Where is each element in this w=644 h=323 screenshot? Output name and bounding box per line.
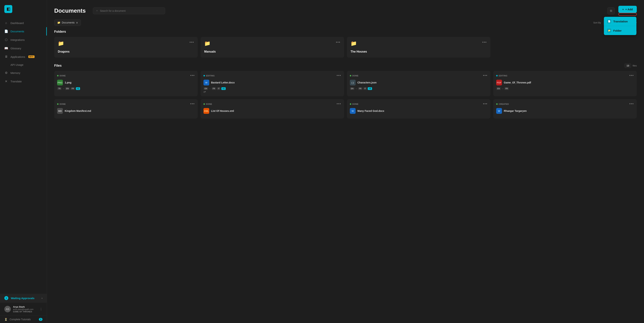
sidebar-label-applications: Applications (10, 55, 25, 58)
user-email: arya.stark@lugath.com (13, 308, 38, 310)
files-count: 13 (624, 64, 631, 68)
waiting-count-badge: 1 (4, 296, 8, 300)
documents-icon: 📄 (4, 30, 8, 33)
main-header: Documents ⚬ ⧉ + + Add 📄 Translation (47, 0, 644, 19)
app-logo[interactable]: ◧ (4, 5, 12, 13)
file-card[interactable]: EDITING ••• W Bastard Letter.docx EN→FRI… (200, 71, 344, 96)
sidebar-item-waiting-approvals[interactable]: 1 Waiting Approvals › (0, 294, 47, 302)
sidebar-item-documents[interactable]: 📄Documents (0, 27, 47, 36)
extra-langs-badge: +1 (221, 87, 226, 90)
lang-tag: IT (363, 87, 367, 90)
search-input[interactable] (100, 10, 162, 12)
file-card-top: EDITING ••• (496, 74, 634, 78)
sidebar-label-integrations: Integrations (10, 38, 24, 41)
sidebar-item-memory[interactable]: ⚙Memory (0, 69, 47, 77)
lang-tag: FR (358, 87, 362, 90)
file-card[interactable]: CREATED ••• W Rhaegar Targaryen (493, 99, 637, 118)
file-options-button[interactable]: ••• (337, 74, 341, 78)
file-name: List Of Houses.xml (211, 110, 234, 112)
file-options-button[interactable]: ••• (190, 102, 195, 106)
file-name: Bastard Letter.docx (211, 81, 235, 84)
file-card[interactable]: DONE ••• XML List Of Houses.xml (200, 99, 344, 118)
folder-card[interactable]: 📁 ••• Dragons (54, 37, 198, 58)
file-card[interactable]: DONE ••• PNG 1.png TR→ENFR+1 (54, 71, 198, 96)
status-dot (496, 75, 498, 76)
translate-icon: ✕ (4, 80, 8, 83)
file-options-button[interactable]: ••• (483, 102, 488, 106)
file-name: 1.png (65, 81, 71, 84)
status-dot (350, 103, 351, 105)
lang-tag: EN (204, 87, 208, 90)
breadcrumb-documents[interactable]: 📁 Documents ∨ (54, 19, 81, 26)
lang-tag: FR (70, 87, 75, 90)
file-name: Many Faced God.docx (358, 110, 384, 112)
folder-options-button[interactable]: ••• (482, 40, 487, 44)
search-icon: ⚬ (96, 10, 98, 12)
dropdown-item-folder[interactable]: 📁 Folder (604, 26, 636, 35)
file-options-button[interactable]: ••• (337, 102, 341, 106)
file-icon-area: { } Characters.json (350, 80, 488, 86)
extra-langs-badge: +1 (76, 87, 80, 90)
file-card-top: DONE ••• (350, 74, 488, 78)
file-card[interactable]: DONE ••• MD Kingdom Manifest.md (54, 99, 198, 118)
file-type-icon: { } (350, 80, 356, 86)
search-bar[interactable]: ⚬ (93, 8, 165, 14)
status-badge: DONE (204, 103, 212, 105)
sidebar-item-dashboard[interactable]: ⌂Dashboard (0, 19, 47, 27)
applications-icon: 🖥 (4, 55, 8, 58)
file-tags: EN→FR (496, 87, 634, 90)
arrow-icon: → (62, 88, 64, 90)
file-icon-area: MD Kingdom Manifest.md (57, 108, 195, 114)
sidebar-item-applications[interactable]: 🖥ApplicationsBETA (0, 52, 47, 61)
lang-tag: EN (496, 87, 501, 90)
file-options-button[interactable]: ••• (629, 74, 634, 78)
sidebar-label-memory: Memory (10, 71, 20, 74)
folder-card[interactable]: 📁 ••• Manuals (200, 37, 344, 58)
file-options-button[interactable]: ••• (483, 74, 488, 78)
folder-name: Dragons (58, 50, 194, 53)
arrow-icon: → (502, 88, 504, 90)
lang-tag: FR (504, 87, 509, 90)
file-card[interactable]: EDITING ••• PDF Game_Of_Thrones.pdf EN→F… (493, 71, 637, 96)
file-tags: EN→FRIT+1 (204, 87, 341, 90)
status-badge: EDITING (204, 74, 215, 77)
file-options-button[interactable]: ••• (190, 74, 195, 78)
folder-name: Manuals (204, 50, 340, 53)
file-options-button[interactable]: ••• (629, 102, 634, 106)
user-menu-button[interactable]: ⋮ (40, 308, 42, 311)
user-profile: AS Arya Stark arya.stark@lugath.com GAME… (0, 302, 47, 316)
file-card-top: DONE ••• (57, 102, 195, 106)
sidebar-label-api-usage: API Usage (10, 63, 24, 66)
user-name: Arya Stark (13, 306, 38, 308)
files-count-label: files (632, 64, 637, 67)
file-card-top: CREATED ••• (496, 102, 634, 106)
tutorials-bar[interactable]: ⏳ Complete Tutorials 3 (0, 316, 47, 323)
file-card-top: DONE ••• (204, 102, 341, 106)
file-card[interactable]: DONE ••• W Many Faced God.docx (347, 99, 490, 118)
folder-card-top: 📁 ••• (350, 40, 487, 46)
filter-button[interactable]: ⧉ (607, 7, 615, 14)
sidebar-item-glossary[interactable]: 📖Glossary (0, 44, 47, 52)
status-badge: DONE (350, 74, 358, 77)
folder-card[interactable]: 📁 ••• The Houses (347, 37, 490, 58)
folder-options-button[interactable]: ••• (336, 40, 340, 44)
folder-options-button[interactable]: ••• (190, 40, 194, 44)
sidebar-item-integrations[interactable]: ⬡Integrations (0, 36, 47, 44)
status-badge: CREATED (496, 103, 509, 105)
lang-tag: EN (350, 87, 354, 90)
file-card[interactable]: DONE ••• { } Characters.json EN→FRIT+3 (347, 71, 490, 96)
add-button[interactable]: + + Add (618, 6, 637, 13)
status-dot (204, 103, 205, 105)
sidebar-item-api-usage[interactable]: API Usage (0, 61, 47, 69)
breadcrumb-row: 📁 Documents ∨ Sort By Alphabetically ∨ O… (54, 19, 637, 26)
integrations-icon: ⬡ (4, 38, 8, 42)
files-grid: DONE ••• PNG 1.png TR→ENFR+1 EDITING •••… (54, 71, 637, 118)
dashboard-icon: ⌂ (4, 21, 8, 25)
tutorials-count: 3 (39, 318, 42, 321)
file-type-icon: PDF (496, 80, 502, 86)
file-name: Rhaegar Targaryen (504, 110, 527, 112)
logo-area[interactable]: ◧ (0, 0, 47, 17)
dropdown-item-translation[interactable]: 📄 Translation (604, 17, 636, 26)
sidebar-item-translate[interactable]: ✕Translate (0, 77, 47, 86)
add-dropdown-container: 📄 Translation 📁 Folder (618, 13, 637, 16)
